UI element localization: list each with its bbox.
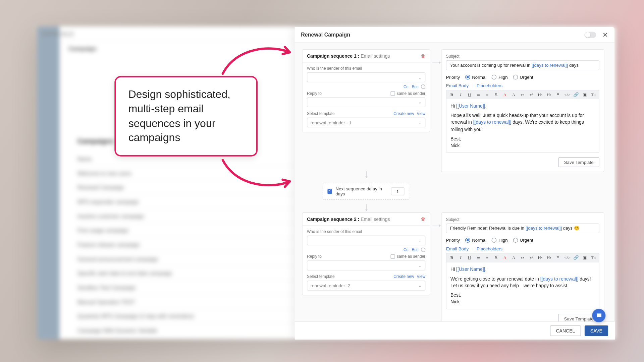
email-card-2: Subject Friendly Reminder: Renewal is du… (441, 213, 604, 321)
chat-icon[interactable] (592, 309, 605, 322)
image-icon[interactable]: ▣ (582, 255, 587, 260)
delete-icon[interactable]: 🗑 (420, 217, 425, 222)
email-body-editor[interactable]: Hi [[User Name]], We're getting close to… (446, 262, 599, 309)
strike-icon[interactable]: S̶ (493, 92, 499, 97)
template-select[interactable]: renewal reminder -2⌄ (307, 281, 425, 291)
info-icon[interactable]: i (421, 84, 425, 89)
sender-label: Who is the sender of this email (307, 66, 425, 70)
subscript-icon[interactable]: x₁ (520, 92, 525, 97)
h1-icon[interactable]: H₁ (538, 92, 543, 97)
reply-select[interactable]: ⌄ (307, 98, 425, 107)
connector-icon (432, 226, 440, 226)
priority-urgent[interactable]: Urgent (513, 75, 533, 80)
modal-toggle[interactable] (585, 32, 596, 38)
tab-email-body[interactable]: Email Body (446, 83, 468, 90)
section-heading: Campaigns (77, 137, 114, 145)
sequence-card-1: Campaign sequence 1 : Email settings 🗑 W… (302, 49, 430, 132)
create-template-link[interactable]: Create new (393, 111, 414, 116)
list-ul-icon[interactable]: ≡ (484, 255, 490, 260)
connector-icon (366, 204, 367, 211)
sender-select[interactable]: ⌄ (307, 236, 425, 245)
sender-select[interactable]: ⌄ (307, 72, 425, 82)
cc-link[interactable]: Cc (404, 248, 409, 252)
delay-box: Next sequence delay in days (322, 183, 409, 200)
link-icon[interactable]: 🔗 (573, 92, 578, 97)
chevron-down-icon: ⌄ (418, 284, 422, 288)
h2-icon[interactable]: H₂ (546, 92, 552, 97)
font-color-icon[interactable]: A (502, 255, 507, 260)
list-ul-icon[interactable]: ≡ (484, 92, 490, 97)
highlight-icon[interactable]: A (511, 92, 516, 97)
modal-title: Renewal Campaign (301, 32, 350, 38)
list-ol-icon[interactable]: ≣ (476, 92, 481, 97)
quote-icon[interactable]: ❝ (555, 255, 560, 260)
reply-label: Reply to (307, 91, 322, 96)
chevron-down-icon: ⌄ (418, 263, 422, 268)
link-icon[interactable]: 🔗 (573, 255, 578, 260)
subject-label: Subject (446, 54, 599, 58)
superscript-icon[interactable]: x² (529, 92, 534, 97)
editor-toolbar: B I U ≣ ≡ S̶ A A x₁ x² H₁ H₂ ❝ </> (446, 253, 599, 262)
feature-callout: Design sophisticated, multi-step email s… (114, 76, 258, 156)
clear-icon[interactable]: Tₓ (591, 255, 596, 260)
same-sender-checkbox[interactable] (390, 254, 395, 259)
subject-input[interactable]: Your account is coming up for renewal in… (446, 60, 599, 70)
bcc-link[interactable]: Bcc (412, 248, 418, 252)
info-icon[interactable]: i (421, 248, 425, 252)
strike-icon[interactable]: S̶ (493, 255, 499, 260)
image-icon[interactable]: ▣ (582, 92, 587, 97)
arrow-top (219, 42, 300, 77)
chevron-down-icon: ⌄ (418, 100, 422, 105)
bcc-link[interactable]: Bcc (412, 84, 418, 89)
italic-icon[interactable]: I (458, 255, 463, 260)
page-title: Campaign (68, 45, 97, 52)
arrow-bottom (219, 157, 300, 192)
view-template-link[interactable]: View (417, 111, 425, 116)
template-select[interactable]: renewal reminder - 1⌄ (307, 118, 425, 127)
chevron-down-icon: ⌄ (418, 120, 422, 125)
view-template-link[interactable]: View (417, 275, 425, 279)
subscript-icon[interactable]: x₁ (520, 255, 525, 260)
tab-placeholders[interactable]: Placeholders (477, 246, 502, 253)
reply-select[interactable]: ⌄ (307, 261, 425, 270)
underline-icon[interactable]: U (467, 255, 472, 260)
save-template-button[interactable]: Save Template (558, 158, 599, 167)
priority-normal[interactable]: Normal (465, 75, 486, 80)
superscript-icon[interactable]: x² (529, 255, 534, 260)
code-icon[interactable]: </> (564, 92, 570, 97)
cancel-button[interactable]: CANCEL (550, 325, 581, 336)
h1-icon[interactable]: H₁ (538, 255, 543, 260)
code-icon[interactable]: </> (564, 255, 570, 260)
delay-input[interactable] (391, 187, 404, 195)
close-icon[interactable]: ✕ (602, 31, 608, 38)
tab-placeholders[interactable]: Placeholders (477, 83, 502, 90)
create-template-link[interactable]: Create new (393, 275, 414, 279)
font-color-icon[interactable]: A (502, 92, 507, 97)
delay-checkbox[interactable] (327, 189, 332, 194)
email-body-editor[interactable]: Hi [[User Name]], Hope all's well! Just … (446, 99, 599, 153)
list-ol-icon[interactable]: ≣ (476, 255, 481, 260)
clear-icon[interactable]: Tₓ (591, 92, 596, 97)
tab-email-body[interactable]: Email Body (446, 246, 468, 253)
subject-input[interactable]: Friendly Reminder: Renewal is due in [[d… (446, 224, 599, 233)
modal-header: Renewal Campaign ✕ (295, 27, 614, 43)
italic-icon[interactable]: I (458, 92, 463, 97)
same-sender-checkbox[interactable] (390, 91, 395, 96)
priority-high[interactable]: High (492, 75, 507, 80)
cc-link[interactable]: Cc (404, 84, 409, 89)
sidebar (37, 26, 60, 339)
save-button[interactable]: SAVE (584, 325, 608, 336)
priority-high[interactable]: High (492, 238, 507, 243)
priority-normal[interactable]: Normal (465, 238, 486, 243)
editor-toolbar: B I U ≣ ≡ S̶ A A x₁ x² H₁ H₂ ❝ </> (446, 90, 599, 99)
quote-icon[interactable]: ❝ (555, 92, 560, 97)
priority-urgent[interactable]: Urgent (513, 238, 533, 243)
bold-icon[interactable]: B (449, 255, 454, 260)
chevron-down-icon: ⌄ (418, 238, 422, 243)
underline-icon[interactable]: U (467, 92, 472, 97)
highlight-icon[interactable]: A (511, 255, 516, 260)
delete-icon[interactable]: 🗑 (420, 53, 425, 59)
campaign-modal: Renewal Campaign ✕ Campaign sequence 1 :… (295, 27, 614, 339)
h2-icon[interactable]: H₂ (546, 255, 552, 260)
bold-icon[interactable]: B (449, 92, 454, 97)
